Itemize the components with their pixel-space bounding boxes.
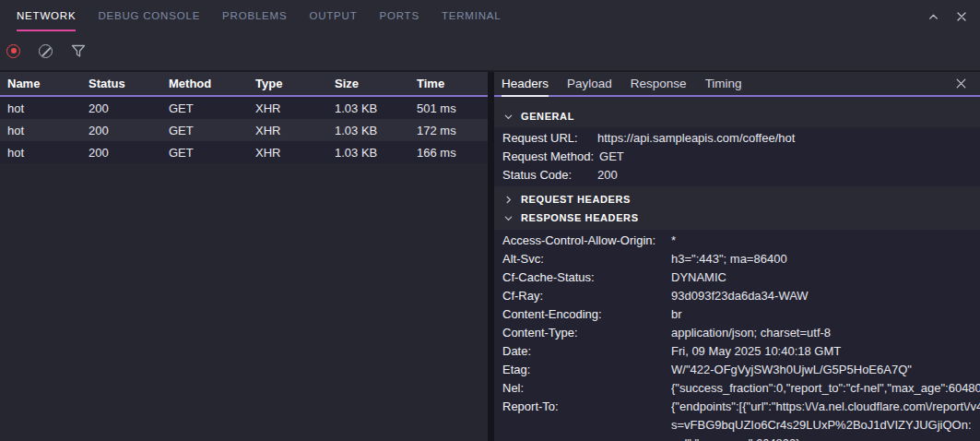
tab-output[interactable]: OUTPUT <box>309 0 357 31</box>
kv-row: Access-Control-Allow-Origin: * <box>494 232 980 250</box>
panel-controls <box>927 0 967 31</box>
kv-label: Date: <box>502 342 671 361</box>
kv-label: Content-Type: <box>502 324 671 342</box>
section-response-headers[interactable]: RESPONSE HEADERS <box>494 209 980 227</box>
tab-payload[interactable]: Payload <box>567 72 612 97</box>
tab-problems[interactable]: PROBLEMS <box>222 0 287 31</box>
kv-row: Alt-Svc: h3=":443"; ma=86400 <box>494 250 980 268</box>
kv-label: Alt-Svc: <box>502 250 671 268</box>
cell-method: GET <box>169 146 255 160</box>
col-type[interactable]: Type <box>255 77 335 90</box>
details-body: GENERAL Request URL: https://api.samplea… <box>494 97 980 441</box>
kv-row: Etag: W/"422-OFgVyjSW3h0UjwL/G5P5HoE6A7Q… <box>494 361 980 379</box>
request-details-panel: Headers Payload Response Timing GENERAL … <box>494 72 980 441</box>
section-title: RESPONSE HEADERS <box>521 212 639 223</box>
kv-value: GET <box>599 148 980 166</box>
tab-timing[interactable]: Timing <box>705 72 742 97</box>
cell-status: 200 <box>89 101 169 115</box>
col-status[interactable]: Status <box>89 77 169 90</box>
response-header-rows: Access-Control-Allow-Origin: * Alt-Svc: … <box>494 230 980 441</box>
close-icon[interactable] <box>956 11 967 22</box>
table-empty-area <box>0 163 488 441</box>
section-request-headers[interactable]: REQUEST HEADERS <box>494 190 980 209</box>
table-row[interactable]: hot 200 GET XHR 1.03 KB 166 ms <box>0 141 488 163</box>
kv-value: application/json; charset=utf-8 <box>671 324 980 342</box>
kv-value: W/"422-OFgVyjSW3h0UjwL/G5P5HoE6A7Q" <box>671 361 980 379</box>
col-size[interactable]: Size <box>335 77 417 90</box>
kv-value: DYNAMIC <box>671 268 980 287</box>
close-details-icon[interactable] <box>955 72 980 95</box>
table-row[interactable]: hot 200 GET XHR 1.03 KB 501 ms <box>0 97 488 119</box>
cell-name: hot <box>7 101 89 115</box>
details-tab-bar: Headers Payload Response Timing <box>494 72 980 97</box>
kv-label: Request Method: <box>502 148 599 166</box>
col-time[interactable]: Time <box>417 77 488 90</box>
tab-response[interactable]: Response <box>631 72 687 97</box>
section-title: REQUEST HEADERS <box>521 194 631 205</box>
cell-status: 200 <box>89 124 169 137</box>
clear-icon[interactable] <box>39 44 53 58</box>
request-table: Name Status Method Type Size Time hot 20… <box>0 72 488 441</box>
network-panel-body: Name Status Method Type Size Time hot 20… <box>0 72 980 441</box>
cell-type: XHR <box>255 124 335 137</box>
cell-status: 200 <box>89 146 169 160</box>
chevron-right-icon <box>503 195 514 205</box>
filter-icon[interactable] <box>71 44 86 58</box>
kv-label: Content-Encoding: <box>502 305 671 324</box>
kv-label: Cf-Cache-Status: <box>502 268 671 287</box>
cell-method: GET <box>169 124 255 137</box>
kv-value: 200 <box>597 166 980 185</box>
col-name[interactable]: Name <box>7 77 89 90</box>
kv-value: {"success_fraction":0,"report_to":"cf-ne… <box>671 379 980 398</box>
table-row[interactable]: hot 200 GET XHR 1.03 KB 172 ms <box>0 119 488 141</box>
tab-headers[interactable]: Headers <box>502 72 549 97</box>
general-rows: Request URL: https://api.sampleapis.com/… <box>494 127 980 186</box>
cell-size: 1.03 KB <box>335 146 417 160</box>
table-header-row: Name Status Method Type Size Time <box>0 72 488 97</box>
kv-row: Cf-Ray: 93d093f23da6da34-WAW <box>494 287 980 305</box>
col-method[interactable]: Method <box>169 77 255 90</box>
tab-debug-console[interactable]: DEBUG CONSOLE <box>98 0 200 31</box>
kv-row: Date: Fri, 09 May 2025 10:40:18 GMT <box>494 342 980 361</box>
kv-label: Access-Control-Allow-Origin: <box>502 232 671 250</box>
kv-row: Nel: {"success_fraction":0,"report_to":"… <box>494 379 980 398</box>
tab-terminal[interactable]: TERMINAL <box>442 0 502 31</box>
kv-value: Fri, 09 May 2025 10:40:18 GMT <box>671 342 980 361</box>
panel-tab-bar: NETWORK DEBUG CONSOLE PROBLEMS OUTPUT PO… <box>0 0 980 31</box>
kv-row: Content-Type: application/json; charset=… <box>494 324 980 342</box>
kv-row: Content-Encoding: br <box>494 305 980 324</box>
panel-splitter[interactable] <box>488 72 494 441</box>
cell-type: XHR <box>255 146 335 160</box>
cell-name: hot <box>7 146 89 160</box>
kv-value: h3=":443"; ma=86400 <box>671 250 980 268</box>
record-icon[interactable] <box>6 44 20 58</box>
cell-name: hot <box>7 124 89 137</box>
kv-row: Report-To: {"endpoints":[{"url":"https:\… <box>494 398 980 441</box>
kv-value: https://api.sampleapis.com/coffee/hot <box>597 129 980 148</box>
kv-row: Request Method: GET <box>494 148 980 166</box>
section-general[interactable]: GENERAL <box>494 107 980 125</box>
cell-time: 501 ms <box>417 101 488 115</box>
kv-row: Request URL: https://api.sampleapis.com/… <box>494 129 980 148</box>
chevron-down-icon <box>503 213 514 223</box>
network-toolbar <box>0 31 980 72</box>
cell-size: 1.03 KB <box>335 124 417 137</box>
section-title: GENERAL <box>521 111 574 122</box>
cell-method: GET <box>169 101 255 115</box>
cell-size: 1.03 KB <box>335 101 417 115</box>
kv-value: {"endpoints":[{"url":"https:\/\/a.nel.cl… <box>671 398 980 441</box>
tab-network[interactable]: NETWORK <box>17 0 76 31</box>
kv-label: Status Code: <box>502 166 597 185</box>
kv-row: Status Code: 200 <box>494 166 980 185</box>
kv-row: Cf-Cache-Status: DYNAMIC <box>494 268 980 287</box>
tab-ports[interactable]: PORTS <box>380 0 419 31</box>
kv-label: Request URL: <box>502 129 597 148</box>
cell-time: 166 ms <box>417 146 488 160</box>
chevron-up-icon[interactable] <box>927 11 939 23</box>
chevron-down-icon <box>503 112 514 122</box>
kv-value: br <box>671 305 980 324</box>
kv-label: Etag: <box>502 361 671 379</box>
kv-value: 93d093f23da6da34-WAW <box>671 287 980 305</box>
panel-tabs: NETWORK DEBUG CONSOLE PROBLEMS OUTPUT PO… <box>17 0 927 31</box>
kv-label: Nel: <box>502 379 671 398</box>
